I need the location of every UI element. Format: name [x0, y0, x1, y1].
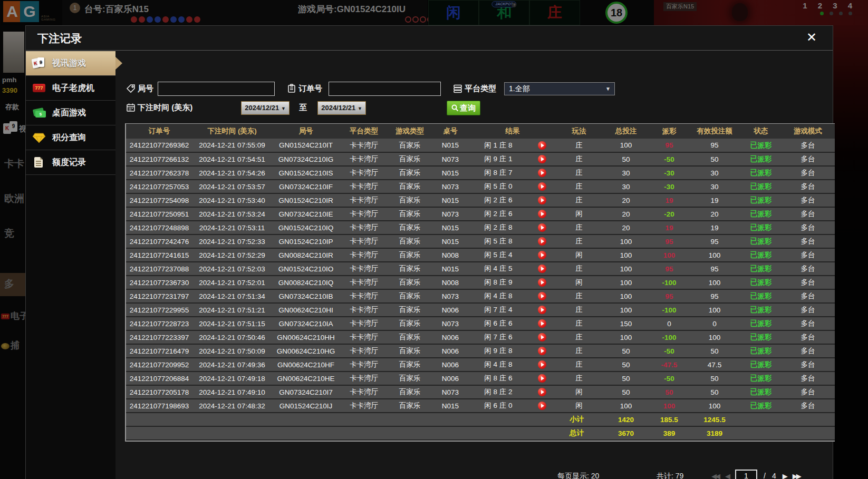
cell-status: 已派彩 — [741, 234, 781, 248]
date-from-picker[interactable]: 2024/12/21 ▼ — [241, 101, 290, 115]
table-row[interactable]: 241221077237088 2024-12-21 07:52:03 GN01… — [126, 262, 835, 276]
cell-valid-bet: 100 — [688, 303, 741, 317]
replay-button[interactable] — [538, 196, 546, 204]
prev-page-icon[interactable]: ◀ — [725, 472, 729, 479]
cell-platform: 卡卡湾厅 — [340, 248, 388, 262]
cell-total-bet: 20 — [602, 207, 650, 221]
cell-order-no: 241221077257053 — [126, 180, 192, 193]
sidebar-item-slots[interactable]: 777 电子老虎机 — [26, 76, 115, 101]
date-to-picker[interactable]: 2024/12/21 ▼ — [317, 101, 366, 115]
sidebar-item-quota-records[interactable]: 额度记录 — [26, 150, 115, 175]
pagination: ◀◀ ◀ / 4 ▶ ▶▶ — [711, 470, 800, 479]
table-row[interactable]: 241221077236730 2024-12-21 07:52:01 GN00… — [126, 276, 835, 289]
sidebar-item-label: 桌面游戏 — [52, 107, 86, 119]
replay-button[interactable] — [538, 333, 546, 341]
replay-button[interactable] — [538, 182, 546, 191]
next-page-icon[interactable]: ▶ — [783, 472, 786, 479]
table-row[interactable]: 241221077216479 2024-12-21 07:50:09 GN00… — [126, 344, 835, 358]
replay-button[interactable] — [538, 278, 546, 287]
replay-button[interactable] — [538, 402, 546, 410]
cell-result: 闲 5 庄 4 — [469, 248, 528, 262]
table-row[interactable]: 241221077269362 2024-12-21 07:55:09 GN01… — [126, 139, 835, 152]
total-bet: 3670 — [602, 426, 650, 440]
cell-game-mode: 多台 — [781, 276, 835, 289]
table-row[interactable]: 241221077198693 2024-12-21 07:48:32 GN01… — [126, 399, 835, 413]
replay-button[interactable] — [538, 292, 546, 300]
cell-order-no: 241221077254098 — [126, 193, 192, 207]
table-row[interactable]: 241221077205178 2024-12-21 07:49:10 GN07… — [126, 385, 835, 399]
replay-button[interactable] — [538, 319, 546, 328]
table-row[interactable]: 241221077248898 2024-12-21 07:53:11 GN01… — [126, 221, 835, 234]
replay-button[interactable] — [538, 210, 546, 218]
chevron-down-icon: ▼ — [358, 106, 362, 111]
cell-bet-time: 2024-12-21 07:53:40 — [192, 193, 272, 207]
replay-button[interactable] — [538, 155, 546, 163]
sidebar-item-points-query[interactable]: 积分查询 — [26, 125, 115, 150]
cell-table-no: N015 — [432, 234, 469, 248]
platform-filter-label: 平台类型 — [465, 84, 496, 94]
last-page-icon[interactable]: ▶▶ — [793, 472, 800, 479]
cell-round-no: GN07324C210IE — [272, 207, 340, 221]
table-row[interactable]: 241221077266132 2024-12-21 07:54:51 GN07… — [126, 152, 835, 166]
table-row[interactable]: 241221077209952 2024-12-21 07:49:36 GN00… — [126, 358, 835, 372]
replay-button[interactable] — [538, 374, 546, 383]
cell-platform: 卡卡湾厅 — [340, 221, 388, 234]
table-row[interactable]: 241221077250951 2024-12-21 07:53:24 GN07… — [126, 207, 835, 221]
cell-payout: -100 — [650, 330, 688, 344]
table-row[interactable]: 241221077228723 2024-12-21 07:51:15 GN07… — [126, 317, 835, 330]
replay-button[interactable] — [538, 388, 546, 396]
replay-button[interactable] — [538, 360, 546, 369]
round-filter-label: 局号 — [138, 84, 153, 94]
cell-game-type: 百家乐 — [388, 358, 432, 372]
cell-game-mode: 多台 — [781, 234, 835, 248]
replay-button[interactable] — [538, 169, 546, 177]
col-play-method: 玩法 — [556, 124, 602, 139]
cell-table-no: N006 — [432, 303, 469, 317]
table-row[interactable]: 241221077257053 2024-12-21 07:53:57 GN07… — [126, 180, 835, 193]
table-row[interactable]: 241221077241615 2024-12-21 07:52:29 GN00… — [126, 248, 835, 262]
cell-result: 闲 1 庄 8 — [469, 139, 528, 152]
table-row[interactable]: 241221077254098 2024-12-21 07:53:40 GN01… — [126, 193, 835, 207]
cell-result: 闲 5 庄 8 — [469, 234, 528, 248]
cell-bet-time: 2024-12-21 07:52:33 — [192, 234, 272, 248]
table-row[interactable]: 241221077206884 2024-12-21 07:49:18 GN00… — [126, 372, 835, 385]
cell-status: 已派彩 — [741, 248, 781, 262]
platform-type-select[interactable]: 1.全部 ▼ — [504, 82, 615, 95]
cell-platform: 卡卡湾厅 — [340, 262, 388, 276]
cell-status: 已派彩 — [741, 344, 781, 358]
close-icon[interactable]: ✕ — [806, 31, 817, 44]
cell-game-type: 百家乐 — [388, 234, 432, 248]
table-row[interactable]: 241221077223397 2024-12-21 07:50:46 GN00… — [126, 330, 835, 344]
sidebar-item-label: 额度记录 — [52, 157, 86, 168]
table-row[interactable]: 241221077229955 2024-12-21 07:51:21 GN00… — [126, 303, 835, 317]
replay-button[interactable] — [538, 265, 546, 273]
col-platform: 平台类型 — [340, 124, 388, 139]
replay-button[interactable] — [538, 306, 546, 314]
replay-button[interactable] — [538, 237, 546, 246]
table-row[interactable]: 241221077231797 2024-12-21 07:51:34 GN07… — [126, 289, 835, 303]
calendar-icon — [126, 103, 136, 112]
sidebar-item-table-games[interactable]: $ 桌面游戏 — [26, 101, 115, 125]
replay-button[interactable] — [538, 223, 546, 232]
sidebar-item-video-games[interactable]: K 9 视讯游戏 — [26, 51, 115, 76]
cell-game-type: 百家乐 — [388, 317, 432, 330]
cell-total-bet: 100 — [602, 234, 650, 248]
cell-game-type: 百家乐 — [388, 248, 432, 262]
table-row[interactable]: 241221077262378 2024-12-21 07:54:26 GN01… — [126, 166, 835, 180]
replay-button[interactable] — [538, 141, 546, 150]
page-number-input[interactable] — [735, 470, 757, 479]
cell-table-no: N073 — [432, 180, 469, 193]
replay-button[interactable] — [538, 251, 546, 259]
round-input[interactable] — [158, 82, 275, 96]
cell-game-mode: 多台 — [781, 344, 835, 358]
cell-result: 闲 2 庄 6 — [469, 193, 528, 207]
cell-total-bet: 20 — [602, 221, 650, 234]
table-row[interactable]: 241221077242476 2024-12-21 07:52:33 GN01… — [126, 234, 835, 248]
col-result: 结果 — [469, 124, 556, 139]
cell-bet-time: 2024-12-21 07:51:15 — [192, 317, 272, 330]
query-button[interactable]: 查询 — [447, 101, 480, 115]
col-bet-time: 下注时间 (美东) — [192, 124, 272, 139]
first-page-icon[interactable]: ◀◀ — [711, 472, 719, 479]
order-number-input[interactable] — [329, 82, 441, 96]
replay-button[interactable] — [538, 347, 546, 355]
